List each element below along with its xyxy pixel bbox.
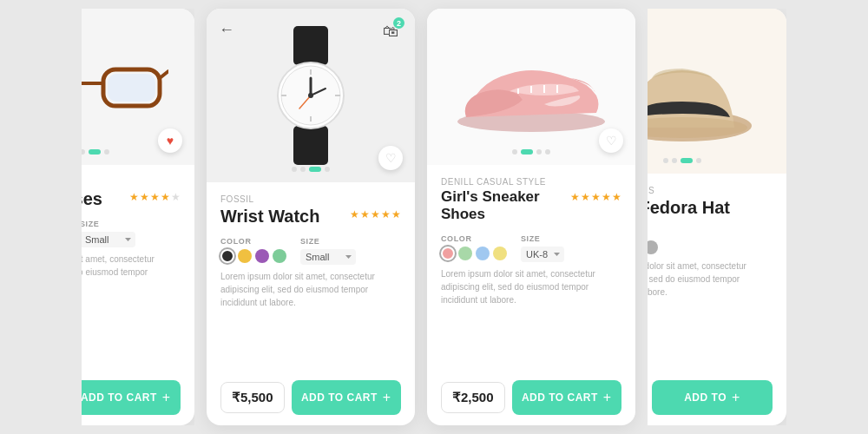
title-row-glasses: Eye Glasses ★ ★ ★ ★ ★ xyxy=(82,188,181,209)
color-dot-watch-4[interactable] xyxy=(273,249,286,263)
card-slot-watch: ← 🛍 2 xyxy=(207,9,415,425)
size-label-sneakers: SIZE xyxy=(521,234,564,243)
size-group-sneakers: SIZE UK-6UK-7UK-8UK-9 xyxy=(521,234,564,262)
add-to-cart-hat[interactable]: ADD TO + xyxy=(652,380,773,415)
dot-h2 xyxy=(672,158,677,163)
heart-empty-icon-sneakers: ♡ xyxy=(606,134,617,148)
svg-rect-8 xyxy=(293,126,328,165)
description-glasses: Lorem ipsum dolor sit amet, consectetur … xyxy=(82,253,181,372)
price-sneakers: ₹2,500 xyxy=(441,382,505,413)
wishlist-button-watch[interactable]: ♡ xyxy=(378,146,403,170)
title-glasses: Eye Glasses xyxy=(82,188,102,209)
color-dot-s4[interactable] xyxy=(493,247,507,260)
brand-watch: Fossil xyxy=(220,194,401,204)
add-to-cart-watch[interactable]: ADD TO CART + xyxy=(292,380,401,415)
price-cta-sneakers: ₹2,500 ADD TO CART + xyxy=(441,380,621,415)
svg-rect-4 xyxy=(108,74,155,102)
heart-empty-icon-watch: ♡ xyxy=(385,151,397,165)
brand-glasses: Reebok xyxy=(82,177,181,187)
color-label-watch: COLOR xyxy=(220,237,286,246)
title-watch: Wrist Watch xyxy=(220,206,319,227)
dot-3-active xyxy=(89,149,101,155)
card-body-watch: Fossil Wrist Watch ★ ★ ★ ★ ★ COLOR xyxy=(207,182,415,425)
dot-w3-active xyxy=(309,167,321,172)
options-hat: COLOR xyxy=(648,228,773,254)
title-row-watch: Wrist Watch ★ ★ ★ ★ ★ xyxy=(220,206,401,227)
plus-icon-glasses: + xyxy=(162,390,171,405)
plus-icon-sneakers: + xyxy=(603,390,612,405)
color-dot-s3[interactable] xyxy=(476,247,490,260)
plus-icon-hat: + xyxy=(732,390,740,405)
color-dot-s2[interactable] xyxy=(458,247,472,260)
color-dot-watch-2[interactable] xyxy=(238,249,252,263)
back-nav-watch[interactable]: ← xyxy=(219,21,234,39)
size-label-glasses: SIZE xyxy=(82,220,135,228)
color-dot-watch-1[interactable] xyxy=(220,249,234,263)
add-to-cart-label-hat: ADD TO xyxy=(684,391,727,404)
size-group-glasses: SIZE SmallMediumLarge xyxy=(82,220,135,247)
add-to-cart-label-sneakers: ADD TO CART xyxy=(522,391,598,404)
size-select-sneakers[interactable]: UK-6UK-7UK-8UK-9 xyxy=(521,247,564,262)
description-watch: Lorem ipsum dolor sit amet, consectetur … xyxy=(220,270,401,372)
size-group-watch: SIZE SmallMediumLarge xyxy=(300,237,356,265)
color-dot-s1[interactable] xyxy=(441,247,455,260)
size-label-watch: SIZE xyxy=(300,237,356,246)
color-dot-watch-3[interactable] xyxy=(255,249,269,263)
sneaker-image xyxy=(449,39,614,135)
title-row-hat: Chex Fedora Hat xyxy=(648,197,773,218)
card-hat: ← xyxy=(648,9,786,425)
price-cta-glasses: ₹1,500 ADD TO CART + xyxy=(82,380,181,415)
stars-sneakers: ★ ★ ★ ★ ★ xyxy=(570,191,621,203)
wishlist-button-sneakers[interactable]: ♡ xyxy=(599,128,623,153)
star-4: ★ xyxy=(161,191,170,203)
dot-h1 xyxy=(663,158,668,163)
brand-sneakers: Denill Casual Style xyxy=(441,177,621,187)
dot-w1 xyxy=(292,167,297,172)
brand-hat: FabSeasons xyxy=(648,186,773,195)
wishlist-button-glasses[interactable]: ♥ xyxy=(158,128,182,153)
card-slot-eyeglasses: ♥ Reebok Eye Glasses ★ ★ ★ ★ xyxy=(82,9,194,425)
watch-image xyxy=(263,26,358,165)
color-group-sneakers: COLOR xyxy=(441,234,507,262)
pagination-dots-hat xyxy=(663,158,701,163)
stars-glasses: ★ ★ ★ ★ ★ xyxy=(129,191,181,203)
star-3: ★ xyxy=(150,191,160,203)
color-dots-hat xyxy=(648,240,658,254)
color-group-hat: COLOR xyxy=(648,228,658,254)
dot-4 xyxy=(104,149,109,155)
add-to-cart-label-glasses: ADD TO CART xyxy=(82,391,157,404)
add-to-cart-sneakers[interactable]: ADD TO CART + xyxy=(512,380,621,415)
plus-icon-watch: + xyxy=(383,390,391,405)
svg-point-18 xyxy=(308,93,313,98)
dot-h3-active xyxy=(681,158,693,163)
cart-count-watch: 2 xyxy=(393,17,404,29)
hat-image xyxy=(648,30,760,152)
card-body-glasses: Reebok Eye Glasses ★ ★ ★ ★ ★ COLOR xyxy=(82,165,194,425)
title-row-sneakers: Girl's Sneaker Shoes ★ ★ ★ ★ ★ xyxy=(441,188,621,224)
card-slot-sneakers: ♡ Denill Casual Style Girl's Sneaker Sho… xyxy=(427,9,635,425)
card-image-area-watch: ← 🛍 2 xyxy=(207,9,415,182)
options-sneakers: COLOR SIZE UK-6UK-7UK-8UK-9 xyxy=(441,234,621,262)
pagination-dots-glasses xyxy=(82,149,109,155)
color-dots-watch xyxy=(220,249,286,263)
card-image-area-hat: ← xyxy=(648,9,786,174)
card-image-area-sneakers: ♡ xyxy=(427,9,635,165)
add-to-cart-glasses[interactable]: ADD TO CART + xyxy=(82,380,181,415)
dot-h4 xyxy=(696,158,701,163)
card-body-hat: FabSeasons Chex Fedora Hat COLOR xyxy=(648,174,786,425)
size-select-watch[interactable]: SmallMediumLarge xyxy=(300,249,356,265)
size-select-glasses[interactable]: SmallMediumLarge xyxy=(82,232,135,247)
svg-line-6 xyxy=(160,71,168,78)
title-hat: Chex Fedora Hat xyxy=(648,197,730,218)
options-watch: COLOR SIZE SmallMediumLarge xyxy=(220,237,401,265)
pagination-dots-watch xyxy=(292,167,330,172)
cart-badge-watch[interactable]: 🛍 2 xyxy=(378,19,403,43)
glasses-image xyxy=(82,52,168,122)
stars-watch: ★ ★ ★ ★ ★ xyxy=(350,208,401,220)
color-dot-h4[interactable] xyxy=(648,240,658,254)
dot-s3 xyxy=(536,149,542,155)
card-watch: ← 🛍 2 xyxy=(207,9,415,425)
add-to-cart-label-watch: ADD TO CART xyxy=(301,391,378,404)
star-1: ★ xyxy=(129,191,139,203)
title-sneakers: Girl's Sneaker Shoes xyxy=(441,188,565,224)
